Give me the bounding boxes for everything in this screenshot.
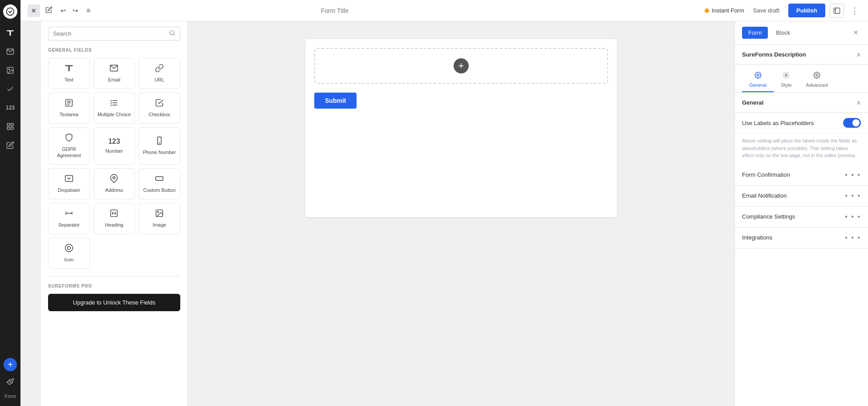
sub-tab-general[interactable]: General xyxy=(742,68,774,92)
top-bar-right-actions: Instant Form Save draft Publish ⋮ xyxy=(705,4,861,18)
right-panel-tabs: Form Block xyxy=(742,27,796,39)
field-item-separator[interactable]: Separator xyxy=(48,203,90,234)
field-item-gdpr[interactable]: GDPR Agreement xyxy=(48,127,90,165)
search-box xyxy=(48,27,180,41)
field-item-url[interactable]: URL xyxy=(138,58,180,89)
form-title-input[interactable] xyxy=(223,4,446,17)
form-confirmation-dots-icon[interactable]: • • • xyxy=(845,171,861,179)
field-item-multiple-choice[interactable]: Multiple Choice xyxy=(93,93,135,124)
pro-section: SUREFORMS PRO Upgrade to Unlock These Fi… xyxy=(48,276,180,311)
fields-panel-scroll: GENERAL FIELDS TextEmailURLTextareaMulti… xyxy=(41,21,187,406)
close-button[interactable]: ✕ xyxy=(28,4,40,17)
close-icon: ✕ xyxy=(31,7,37,14)
search-input[interactable] xyxy=(53,30,166,37)
use-labels-toggle[interactable] xyxy=(843,118,861,128)
list-icon[interactable]: ≡ xyxy=(85,5,92,16)
icon-bar: 123 + Form xyxy=(0,0,20,406)
grid-icon[interactable] xyxy=(2,118,18,134)
add-block-button[interactable]: + xyxy=(454,58,469,73)
tab-form[interactable]: Form xyxy=(742,27,768,39)
email-field-icon xyxy=(110,64,118,74)
resize-handle[interactable] xyxy=(186,21,187,406)
form-nav-label[interactable]: Form xyxy=(4,394,16,399)
field-item-email[interactable]: Email xyxy=(93,58,135,89)
view-toggle-button[interactable] xyxy=(830,4,844,18)
sureforms-description-title: SureForms Description xyxy=(742,51,806,58)
general-section-header[interactable]: General ∧ xyxy=(735,93,868,113)
sureforms-description-section[interactable]: SureForms Description ∧ xyxy=(735,45,868,65)
address-field-icon xyxy=(110,174,118,184)
sub-tab-advanced[interactable]: Advanced xyxy=(799,68,835,92)
search-icon xyxy=(169,30,175,37)
svg-point-24 xyxy=(65,244,73,252)
svg-point-26 xyxy=(757,74,759,76)
publish-button[interactable]: Publish xyxy=(788,4,825,17)
text-tool-icon[interactable] xyxy=(2,25,18,41)
svg-rect-4 xyxy=(7,123,9,126)
redo-button[interactable]: ↪ xyxy=(70,5,81,16)
text-field-label: Text xyxy=(65,77,73,83)
field-item-image[interactable]: Image xyxy=(138,203,180,234)
textarea-field-label: Textarea xyxy=(60,111,78,118)
undo-button[interactable]: ↩ xyxy=(58,5,69,16)
check-icon[interactable] xyxy=(2,81,18,97)
image-field-icon xyxy=(155,209,164,219)
field-item-dropdown[interactable]: Dropdown xyxy=(48,168,90,199)
url-field-icon xyxy=(155,64,164,74)
collapsible-row-compliance-settings[interactable]: Compliance Settings• • • xyxy=(735,207,868,227)
submit-button[interactable]: Submit xyxy=(314,93,357,109)
field-item-address[interactable]: Address xyxy=(93,168,135,199)
sub-tab-style[interactable]: Style xyxy=(774,68,799,92)
email-notification-dots-icon[interactable]: • • • xyxy=(845,192,861,200)
svg-rect-8 xyxy=(834,8,840,13)
collapsible-row-email-notification[interactable]: Email Notification• • • xyxy=(735,186,868,207)
separator-field-label: Separator xyxy=(58,222,80,228)
field-item-phone[interactable]: Phone Number xyxy=(138,127,180,165)
integrations-title: Integrations xyxy=(742,234,772,241)
compliance-settings-dots-icon[interactable]: • • • xyxy=(845,213,861,221)
textarea-field-icon xyxy=(65,98,73,109)
number-icon[interactable]: 123 xyxy=(2,100,18,116)
save-draft-button[interactable]: Save draft xyxy=(749,4,784,16)
tab-block[interactable]: Block xyxy=(770,27,796,39)
form-confirmation-title: Form Confirmation xyxy=(742,171,790,178)
field-item-custom-button[interactable]: Custom Button xyxy=(138,168,180,199)
compliance-settings-title: Compliance Settings xyxy=(742,213,795,220)
drop-zone[interactable]: + xyxy=(314,48,608,84)
field-item-icon[interactable]: Icon xyxy=(48,238,90,269)
field-item-checkbox[interactable]: Checkbox xyxy=(138,93,180,124)
add-new-icon[interactable]: + xyxy=(4,358,17,371)
sub-tab-general-label: General xyxy=(749,82,767,88)
right-panel: Form Block × SureForms Description ∧ Gen… xyxy=(734,21,868,406)
general-settings-section: General ∧ Use Labels as Placeholders Abo… xyxy=(735,93,868,248)
general-fields-label: GENERAL FIELDS xyxy=(48,48,180,53)
integrations-dots-icon[interactable]: • • • xyxy=(845,234,861,242)
edit-icon[interactable] xyxy=(44,4,54,17)
collapsible-row-form-confirmation[interactable]: Form Confirmation• • • xyxy=(735,165,868,186)
use-labels-label: Use Labels as Placeholders xyxy=(742,120,814,126)
field-item-text[interactable]: Text xyxy=(48,58,90,89)
number-field-icon: 123 xyxy=(108,138,120,145)
kebab-menu-button[interactable]: ⋮ xyxy=(848,4,861,17)
mail-icon[interactable] xyxy=(2,44,18,60)
upgrade-button[interactable]: Upgrade to Unlock These Fields xyxy=(48,294,180,311)
right-panel-header: Form Block × xyxy=(735,21,868,45)
svg-point-25 xyxy=(67,247,70,250)
field-item-textarea[interactable]: Textarea xyxy=(48,93,90,124)
field-item-heading[interactable]: Heading xyxy=(93,203,135,234)
collapsible-row-integrations[interactable]: Integrations• • • xyxy=(735,227,868,248)
edit-pencil-icon[interactable] xyxy=(2,137,18,153)
svg-point-28 xyxy=(816,74,818,76)
pro-section-label: SUREFORMS PRO xyxy=(48,284,180,288)
right-panel-close-icon[interactable]: × xyxy=(851,27,861,38)
field-item-number[interactable]: 123Number xyxy=(93,127,135,165)
email-field-label: Email xyxy=(108,77,121,83)
brush-icon[interactable] xyxy=(2,374,18,390)
svg-point-3 xyxy=(8,69,9,69)
image-icon[interactable] xyxy=(2,62,18,78)
form-canvas: + Submit xyxy=(305,39,617,217)
submit-button-container: Submit xyxy=(314,93,608,109)
email-notification-title: Email Notification xyxy=(742,192,787,199)
url-field-label: URL xyxy=(154,77,164,83)
text-field-icon xyxy=(65,64,73,74)
